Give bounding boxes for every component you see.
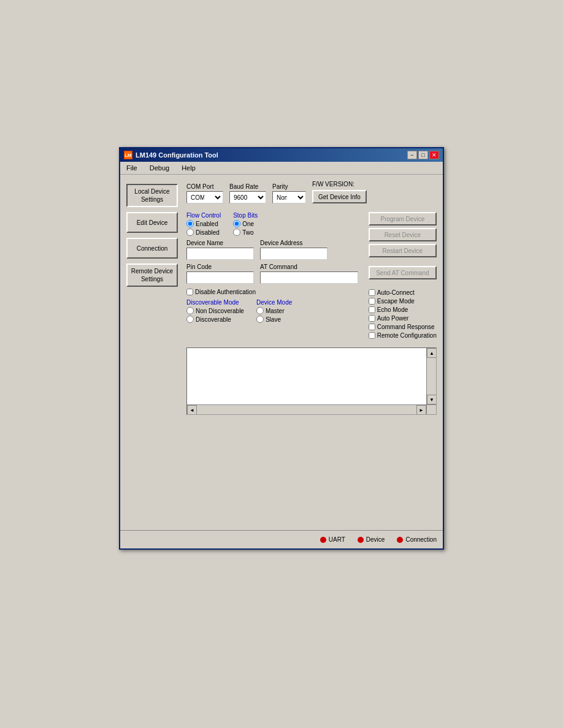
baud-rate-label: Baud Rate [229, 183, 266, 190]
left-panel: Local Device Settings Edit Device Connec… [126, 181, 180, 524]
auto-power-checkbox[interactable] [369, 315, 375, 322]
remote-configuration-checkbox-label[interactable]: Remote Configuration [369, 332, 437, 339]
titlebar-left: LM LM149 Configuration Tool [124, 151, 218, 159]
connection-status-label: Connection [405, 536, 437, 543]
command-response-checkbox[interactable] [369, 324, 375, 330]
discoverable[interactable]: Discoverable [186, 316, 244, 323]
escape-mode-checkbox[interactable] [369, 298, 375, 305]
pin-code-label: Pin Code [186, 264, 254, 270]
nav-local-device-settings[interactable]: Local Device Settings [126, 184, 178, 207]
stop-bits-two-label: Two [242, 229, 253, 236]
discoverable-label: Discoverable [196, 316, 231, 323]
baud-rate-group: Baud Rate 9600 19200 38400 57600 115200 [229, 183, 266, 203]
flow-control-disabled-label: Disabled [196, 229, 220, 236]
auto-power-label: Auto Power [377, 315, 409, 322]
flow-control-enabled[interactable]: Enabled [186, 220, 221, 227]
device-status-label: Device [366, 536, 385, 543]
log-area: ▲ ▼ ◄ ► [186, 347, 437, 415]
escape-mode-checkbox-label[interactable]: Escape Mode [369, 298, 437, 305]
restore-button[interactable]: □ [418, 151, 428, 159]
stop-bits-one-label: One [242, 221, 254, 227]
auto-connect-checkbox[interactable] [369, 289, 375, 296]
discoverable-mode-group: Discoverable Mode Non Discoverable Disco… [186, 299, 244, 323]
remote-configuration-checkbox[interactable] [369, 332, 375, 339]
disable-auth-label: Disable Authentication [195, 289, 256, 295]
parity-select[interactable]: None Even Odd [272, 191, 306, 203]
top-settings-row: COM Port COM1 COM2 COM3 COM4 Baud Rate 9… [186, 181, 437, 203]
close-button[interactable]: ✕ [429, 151, 439, 159]
stop-bits-one[interactable]: One [233, 220, 258, 227]
master-radio[interactable] [256, 307, 264, 314]
device-address-input[interactable] [260, 248, 327, 260]
scroll-left-arrow[interactable]: ◄ [187, 405, 197, 415]
stop-bits-two-radio[interactable] [233, 229, 240, 236]
app-icon: LM [124, 151, 132, 159]
master-mode[interactable]: Master [256, 307, 292, 314]
auto-power-checkbox-label[interactable]: Auto Power [369, 315, 437, 322]
titlebar-buttons: − □ ✕ [407, 151, 439, 159]
master-label: Master [266, 308, 285, 314]
right-checkboxes: Auto-Connect Escape Mode Echo Mode [369, 289, 437, 339]
scroll-up-arrow[interactable]: ▲ [427, 348, 437, 358]
restart-device-button[interactable]: Restart Device [369, 244, 437, 257]
at-command-input[interactable] [260, 271, 358, 284]
get-device-info-button[interactable]: Get Device Info [312, 190, 367, 203]
main-window: LM LM149 Configuration Tool − □ ✕ File D… [119, 147, 444, 550]
device-status-dot [358, 537, 364, 543]
app-icon-label: LM [124, 153, 132, 158]
stop-bits-one-radio[interactable] [233, 220, 240, 227]
discoverable-radio[interactable] [186, 316, 194, 323]
flow-control-disabled-radio[interactable] [186, 229, 194, 236]
flow-control-disabled[interactable]: Disabled [186, 229, 221, 236]
menu-debug[interactable]: Debug [146, 163, 173, 173]
at-command-group: AT Command [260, 264, 358, 284]
discoverable-mode-label: Discoverable Mode [186, 299, 244, 306]
auth-row: Disable Authentication [186, 289, 364, 295]
device-name-group: Device Name [186, 240, 254, 260]
horizontal-scrollbar[interactable]: ◄ ► [187, 404, 426, 414]
vertical-scrollbar[interactable]: ▲ ▼ [426, 348, 436, 404]
device-name-input[interactable] [186, 248, 254, 260]
slave-radio[interactable] [256, 316, 264, 323]
non-discoverable-radio[interactable] [186, 307, 194, 314]
reset-device-button[interactable]: Reset Device [369, 228, 437, 241]
flow-control-enabled-radio[interactable] [186, 220, 194, 227]
slave-mode[interactable]: Slave [256, 316, 292, 323]
disable-auth[interactable]: Disable Authentication [186, 289, 364, 295]
non-discoverable[interactable]: Non Discoverable [186, 307, 244, 314]
command-response-checkbox-label[interactable]: Command Response [369, 324, 437, 330]
device-name-address-row: Device Name Device Address [186, 240, 364, 260]
device-mode-label: Device Mode [256, 299, 292, 306]
echo-mode-checkbox-label[interactable]: Echo Mode [369, 306, 437, 313]
menu-help[interactable]: Help [178, 163, 199, 173]
auto-connect-checkbox-label[interactable]: Auto-Connect [369, 289, 437, 296]
menu-file[interactable]: File [123, 163, 141, 173]
stop-bits-group: Stop Bits One Two [233, 212, 258, 236]
flow-control-radios: Enabled Disabled [186, 220, 221, 236]
uart-status-label: UART [329, 536, 345, 543]
com-port-select[interactable]: COM1 COM2 COM3 COM4 [186, 191, 223, 203]
nav-connection[interactable]: Connection [126, 238, 178, 259]
program-device-button[interactable]: Program Device [369, 212, 437, 226]
scroll-right-arrow[interactable]: ► [416, 405, 426, 415]
pin-code-input[interactable] [186, 271, 254, 284]
flow-control-group: Flow Control Enabled Disabled [186, 212, 221, 236]
minimize-button[interactable]: − [407, 151, 417, 159]
send-at-command-button[interactable]: Send AT Command [369, 266, 437, 279]
flow-control-label: Flow Control [186, 212, 221, 219]
baud-rate-select[interactable]: 9600 19200 38400 57600 115200 [229, 191, 266, 203]
escape-mode-label: Escape Mode [377, 298, 415, 305]
stop-bits-two[interactable]: Two [233, 229, 258, 236]
command-response-label: Command Response [377, 324, 435, 330]
device-address-label: Device Address [260, 240, 327, 246]
stop-bits-label: Stop Bits [233, 212, 258, 219]
disable-auth-checkbox[interactable] [186, 289, 193, 295]
statusbar: UART Device Connection [120, 530, 443, 548]
fc-sb-row: Flow Control Enabled Disabled [186, 212, 364, 236]
scroll-down-arrow[interactable]: ▼ [427, 395, 437, 404]
echo-mode-checkbox[interactable] [369, 306, 375, 313]
nav-edit-device[interactable]: Edit Device [126, 212, 178, 233]
nav-remote-device-settings[interactable]: Remote Device Settings [126, 264, 178, 287]
auto-connect-label: Auto-Connect [377, 289, 415, 296]
right-panel: COM Port COM1 COM2 COM3 COM4 Baud Rate 9… [186, 181, 437, 524]
